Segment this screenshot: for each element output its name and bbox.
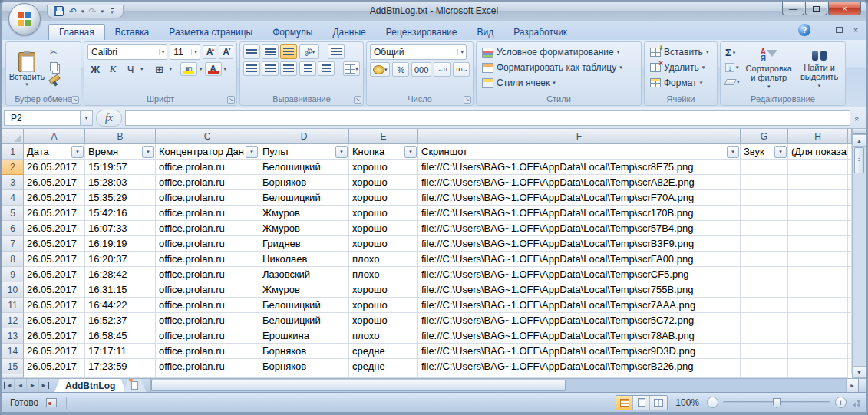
cell-button[interactable]: хорошо [349, 236, 418, 252]
cell-host[interactable]: office.prolan.ru [156, 298, 259, 313]
column-header-A[interactable]: A [24, 129, 85, 144]
ribbon-tab-0[interactable]: Главная [48, 24, 105, 40]
cell-styles-button[interactable]: Стили ячеек▾ [480, 76, 625, 90]
header-cell-2[interactable]: Концентратор Дан [156, 144, 259, 160]
cell-path[interactable]: file://C:\Users\BAG~1.OFF\AppData\Local\… [418, 206, 741, 221]
cell-host[interactable]: office.prolan.ru [156, 175, 259, 190]
number-format-select[interactable]: Общий▾ [370, 44, 467, 60]
borders-button[interactable]: ⊞ [152, 62, 167, 76]
column-header-H[interactable]: H [788, 129, 848, 144]
cell-time[interactable]: 15:42:16 [85, 206, 156, 221]
italic-button[interactable]: К [105, 62, 120, 76]
cell-panel[interactable]: Белошицкий [259, 313, 349, 328]
maximize-button[interactable] [805, 2, 827, 15]
format-painter-button[interactable] [47, 75, 61, 87]
cell-host[interactable]: office.prolan.ru [156, 160, 259, 175]
vertical-scroll-thumb[interactable] [854, 147, 864, 173]
scroll-right-button[interactable]: ► [846, 379, 858, 392]
increase-indent-button[interactable] [318, 61, 335, 76]
cell-time[interactable]: 15:28:03 [85, 175, 156, 190]
header-cell-7[interactable]: (Для показа [788, 144, 848, 160]
cell-sound[interactable] [741, 206, 788, 221]
increase-decimal-button[interactable]: ←.0 [434, 62, 451, 77]
cell-button[interactable]: хорошо [349, 160, 418, 175]
font-size-select[interactable]: 11▾ [170, 44, 200, 60]
fill-button[interactable]: ↓▾ [724, 61, 741, 74]
cell-sound[interactable] [741, 190, 788, 206]
cell-button[interactable]: средне [349, 344, 418, 359]
cell-path[interactable]: file://C:\Users\BAG~1.OFF\AppData\Local\… [418, 252, 741, 267]
cell-path[interactable]: file://C:\Users\BAG~1.OFF\AppData\Local\… [418, 298, 741, 313]
cell-path[interactable]: file://C:\Users\BAG~1.OFF\AppData\Local\… [418, 160, 741, 175]
cell-panel[interactable]: Борняков [259, 175, 349, 190]
cell-date[interactable]: 26.05.2017 [24, 160, 85, 175]
cell-path[interactable]: file://C:\Users\BAG~1.OFF\AppData\Local\… [418, 221, 741, 236]
office-button[interactable] [8, 3, 41, 35]
copy-button[interactable] [47, 61, 61, 73]
resize-grip[interactable] [851, 397, 861, 407]
filter-button[interactable] [71, 146, 84, 158]
cell-time[interactable]: 17:23:59 [85, 359, 156, 374]
column-header-F[interactable]: F [418, 129, 741, 144]
shrink-font-button[interactable]: A▼ [219, 45, 233, 59]
tab-split-handle[interactable] [858, 379, 866, 392]
row-number[interactable]: 7 [2, 236, 24, 252]
cell-time[interactable]: 16:28:42 [85, 267, 156, 282]
cell-panel[interactable]: Белошицкий [259, 190, 349, 206]
ribbon-tab-5[interactable]: Рецензирование [376, 25, 467, 40]
cell-time[interactable]: 16:07:33 [85, 221, 156, 236]
decrease-decimal-button[interactable]: .00→ [453, 62, 470, 77]
dialog-launcher-icon[interactable]: ↘ [354, 96, 361, 104]
workbook-close-button[interactable]: × [850, 25, 861, 35]
row-number[interactable]: 15 [2, 359, 24, 374]
cell-time[interactable]: 16:58:45 [85, 328, 156, 344]
cell-button[interactable]: плохо [349, 252, 418, 267]
cell-extra[interactable] [788, 328, 848, 344]
cell-extra[interactable] [788, 221, 848, 236]
workbook-restore-button[interactable] [833, 25, 844, 35]
cell-button[interactable]: хорошо [349, 206, 418, 221]
header-cell-5[interactable]: Скриншот [418, 144, 741, 160]
cell-sound[interactable] [741, 344, 788, 359]
cell-sound[interactable] [741, 175, 788, 190]
previous-sheet-button[interactable]: ◄ [15, 379, 27, 392]
zoom-slider[interactable] [723, 401, 830, 403]
row-number[interactable]: 6 [2, 221, 24, 236]
header-cell-0[interactable]: Дата [24, 144, 85, 160]
cell-empty[interactable] [85, 374, 156, 378]
row-number[interactable]: 9 [2, 267, 24, 282]
cell-empty[interactable] [156, 374, 259, 378]
cell-host[interactable]: office.prolan.ru [156, 344, 259, 359]
cell-empty[interactable] [418, 374, 741, 378]
insert-cells-button[interactable]: Вставить▾ [648, 45, 711, 59]
cell-empty[interactable] [24, 374, 85, 378]
row-number[interactable]: 14 [2, 344, 24, 359]
align-center-button[interactable] [262, 61, 279, 76]
cell-time[interactable]: 16:52:37 [85, 313, 156, 328]
page-break-view-button[interactable] [650, 396, 667, 410]
autosum-button[interactable]: Σ▾ [724, 46, 741, 59]
align-bottom-button[interactable] [280, 44, 297, 59]
align-right-button[interactable] [280, 61, 297, 76]
cell-sound[interactable] [741, 221, 788, 236]
cell-date[interactable]: 26.05.2017 [24, 221, 85, 236]
wrap-text-button[interactable] [328, 44, 345, 59]
name-box-dropdown[interactable]: ▾ [81, 110, 93, 126]
macro-record-icon[interactable] [46, 398, 57, 407]
cell-panel[interactable]: Гриднев [259, 236, 349, 252]
cell-extra[interactable] [788, 313, 848, 328]
cell-empty[interactable] [259, 374, 349, 378]
cell-extra[interactable] [788, 298, 848, 313]
format-as-table-button[interactable]: Форматировать как таблицу▾ [480, 61, 625, 74]
cell-sound[interactable] [741, 298, 788, 313]
cell-host[interactable]: office.prolan.ru [156, 282, 259, 298]
split-handle[interactable] [853, 129, 866, 134]
format-cells-button[interactable]: Формат▾ [648, 76, 711, 90]
cell-button[interactable]: хорошо [349, 221, 418, 236]
cell-button[interactable]: хорошо [349, 175, 418, 190]
cell-empty[interactable] [788, 374, 848, 378]
cell-host[interactable]: office.prolan.ru [156, 328, 259, 344]
filter-button[interactable] [404, 146, 417, 158]
cut-button[interactable]: ✂ [47, 46, 61, 58]
formula-input[interactable] [125, 110, 850, 126]
